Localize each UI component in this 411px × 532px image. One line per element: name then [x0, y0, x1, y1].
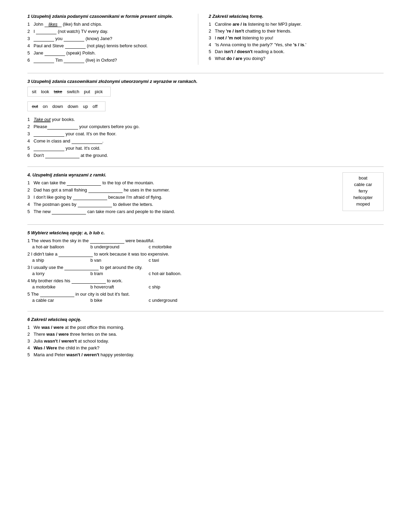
list-item: 4 'Is Anna coming to the party?' 'Yes, s… — [209, 42, 384, 47]
section-4-title: 4. Uzupełnij zdania wyrazami z ramki. — [27, 172, 336, 177]
divider-4 — [27, 311, 384, 311]
section-5-item: 5 The in our city is old but it's fast. — [27, 292, 384, 297]
options-row: a hot-air balloon b underground c motorb… — [27, 244, 384, 249]
list-item: 2 Dad has got a small fishing he uses in… — [27, 187, 336, 193]
list-item: 3 I don't like going by because I'm afra… — [27, 195, 336, 200]
section-3: 3 Uzupełnij zdania czasownikami złożonym… — [27, 79, 384, 158]
section-3-boxes: sit look take switch put pick — [27, 87, 384, 99]
list-item: 2 Please your computers before you go. — [27, 124, 384, 129]
list-item: 2 There was / were three ferries on the … — [27, 332, 384, 337]
section-5-item: 1 The views from the sky in the were bea… — [27, 238, 384, 244]
divider-1 — [27, 73, 384, 73]
divider-3 — [27, 224, 384, 225]
list-item: 5 The new can take more cars and people … — [27, 209, 336, 214]
word-box-item: boat — [347, 175, 379, 181]
section-row-1-2: 1 Uzupełnij zdania podanymi czasownikami… — [27, 14, 384, 65]
section-5-item: 3 I usually use the to get around the ci… — [27, 265, 384, 270]
section-1-title: 1 Uzupełnij zdania podanymi czasownikami… — [27, 14, 191, 19]
options-row: a ship b van c taxi — [27, 258, 384, 263]
list-item: 5 Dan isn't / doesn't reading a book. — [209, 49, 384, 54]
list-item: 3 you (know) Jane? — [27, 36, 191, 41]
list-item: 1 We can take the to the top of the moun… — [27, 180, 336, 186]
section-4-list: 1 We can take the to the top of the moun… — [27, 180, 336, 214]
section-2-list: 1 Caroline are / is listening to her MP3… — [209, 22, 384, 61]
list-item: 1 Caroline are / is listening to her MP3… — [209, 22, 384, 27]
list-item: 2 I (not watch) TV every day. — [27, 29, 191, 34]
list-item: 4 Paul and Steve (not play) tennis befor… — [27, 43, 191, 49]
list-item: 1 Take out your books. — [27, 117, 384, 122]
list-item: 6 Don't at the ground. — [27, 153, 384, 158]
word-box-item: ferry — [347, 188, 379, 194]
section-2-title: 2 Zakreśl właściwą formę. — [209, 14, 384, 19]
section-6-title: 6 Zakreśl właściwą opcję. — [27, 317, 384, 322]
section-1-list: 1 John likes (like) fish and chips. 2 I … — [27, 22, 191, 63]
section-3-title: 3 Uzupełnij zdania czasownikami złożonym… — [27, 79, 384, 84]
section-5-item: 2 I didn't take a to work because it was… — [27, 251, 384, 257]
word-box-item: moped — [347, 201, 379, 207]
list-item: 1 John likes (like) fish and chips. — [27, 22, 191, 27]
list-item: 6 What do / are you doing? — [209, 56, 384, 61]
section-6: 6 Zakreśl właściwą opcję. 1 We was / wer… — [27, 317, 384, 357]
options-row: a cable car b bike c underground — [27, 298, 384, 303]
word-box-2: out on down down up off — [27, 101, 105, 111]
list-item: 4 Come in class and . — [27, 138, 384, 144]
divider-2 — [27, 166, 384, 167]
options-row: a motorbike b hovercraft c ship — [27, 284, 384, 289]
word-box-item: cable car — [347, 182, 379, 187]
list-item: 1 We was / were at the post office this … — [27, 325, 384, 330]
section-3-list: 1 Take out your books. 2 Please your com… — [27, 117, 384, 158]
section-6-list: 1 We was / were at the post office this … — [27, 325, 384, 357]
section-2: 2 Zakreśl właściwą formę. 1 Caroline are… — [198, 14, 384, 65]
section-3-box2: out on down down up off — [27, 101, 384, 113]
list-item: 3 your coat. It's on the floor. — [27, 131, 384, 137]
section-5: 5 Wybierz właściwą opcję: a, b lub c. 1 … — [27, 230, 384, 303]
options-row: a lorry b tram c hot-air balloon. — [27, 271, 384, 276]
section-4-word-box: boat cable car ferry helicopter moped — [342, 172, 384, 211]
word-box-item: helicopter — [347, 195, 379, 200]
list-item: 5 Jane (speak) Polish. — [27, 50, 191, 56]
section-5-title: 5 Wybierz właściwą opcję: a, b lub c. — [27, 230, 384, 235]
list-item: 3 Julia wasn't / weren't at school today… — [27, 338, 384, 344]
section-4-left: 4. Uzupełnij zdania wyrazami z ramki. 1 … — [27, 172, 336, 216]
section-1: 1 Uzupełnij zdania podanymi czasownikami… — [27, 14, 198, 65]
word-box-1: sit look take switch put pick — [27, 87, 111, 97]
section-4: 4. Uzupełnij zdania wyrazami z ramki. 1 … — [27, 172, 384, 216]
list-item: 3 I not / 'm not listening to you! — [209, 35, 384, 40]
list-item: 5 Maria and Peter wasn't / weren't happy… — [27, 352, 384, 357]
list-item: 4 Was / Were the child in the park? — [27, 345, 384, 350]
list-item: 6 Tim (live) in Oxford? — [27, 58, 191, 63]
list-item: 4 The postman goes by to deliver the let… — [27, 202, 336, 207]
list-item: 2 They 're / isn't chatting to their fri… — [209, 28, 384, 34]
list-item: 5 your hat. It's cold. — [27, 146, 384, 151]
section-5-item: 4 My brother rides his to work. — [27, 278, 384, 284]
page: 1 Uzupełnij zdania podanymi czasownikami… — [27, 14, 384, 357]
